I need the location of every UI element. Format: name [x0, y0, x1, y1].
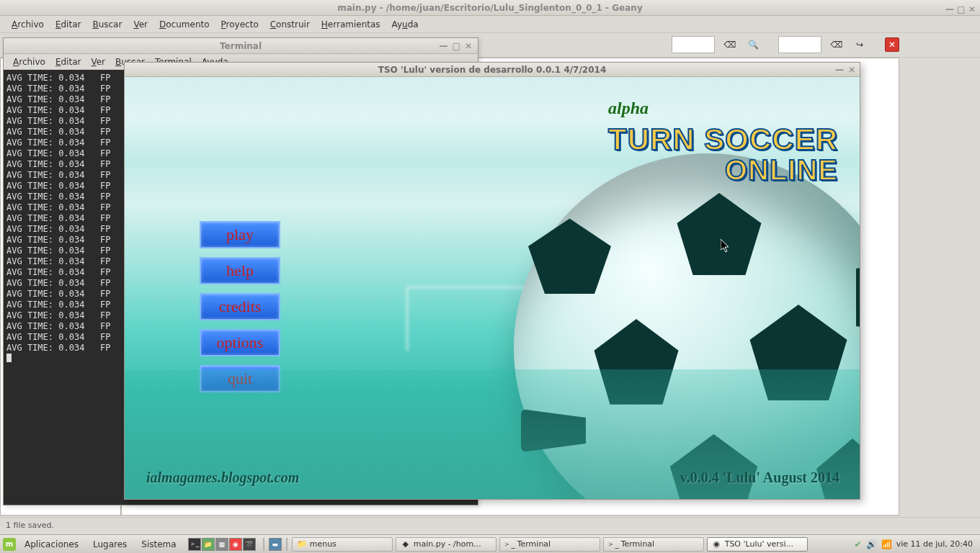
game-url-label: ialmagames.blogspot.com: [146, 469, 299, 486]
close-icon[interactable]: ✕: [465, 41, 472, 51]
game-window: TSO 'Lulu' version de desarrollo 0.0.1 4…: [124, 62, 860, 500]
geany-menubar: AArchivorchivo Editar Buscar Ver Documen…: [0, 16, 980, 33]
geany-statusbar: 1 file saved.: [0, 517, 980, 534]
game-version-label: v.0.0.4 'Lulu' August 2014: [680, 469, 839, 486]
system-tray: ✔ 🔊 📶 vie 11 de jul, 20:40: [850, 539, 977, 549]
logo-line1: TURN SOCCER: [608, 122, 838, 157]
menu-proyecto[interactable]: Proyecto: [215, 18, 264, 31]
chrome-launcher-icon[interactable]: ◉: [229, 538, 242, 551]
terminal-icon: ＞_: [504, 539, 514, 549]
term-menu-archivo[interactable]: Archivo: [8, 55, 50, 68]
play-button[interactable]: play: [200, 221, 280, 248]
task-terminal-2[interactable]: ＞_ Terminal: [603, 537, 704, 552]
menu-construir[interactable]: Construir: [264, 18, 316, 31]
menu-editar[interactable]: Editar: [50, 18, 87, 31]
soccer-ball-graphic: [514, 153, 860, 499]
term-menu-ver[interactable]: Ver: [86, 55, 110, 68]
menu-documento[interactable]: Documento: [153, 18, 215, 31]
taskbar-clock[interactable]: vie 11 de jul, 20:40: [896, 539, 973, 549]
task-terminal-1[interactable]: ＞_ Terminal: [499, 537, 600, 552]
help-button[interactable]: help: [200, 257, 280, 284]
close-icon[interactable]: ✕: [968, 4, 976, 12]
minimize-icon[interactable]: —: [440, 41, 448, 51]
game-main-menu: play help credits options quit: [200, 221, 280, 392]
mouse-cursor-icon: [721, 239, 732, 253]
terminal-titlebar[interactable]: Terminal — □ ✕: [4, 38, 478, 54]
quit-button[interactable]: quit: [200, 365, 280, 392]
taskbar-lugares[interactable]: Lugares: [87, 538, 133, 551]
menu-ayuda[interactable]: Ayuda: [386, 18, 424, 31]
app-icon: ◉: [712, 539, 722, 549]
goto-line-input[interactable]: [778, 36, 821, 53]
task-tso[interactable]: ◉ TSO 'Lulu' versi...: [707, 537, 808, 552]
search-icon[interactable]: 🔍: [745, 37, 761, 53]
search-input[interactable]: [672, 36, 715, 53]
logo-line2: ONLINE: [608, 154, 838, 186]
taskbar-sistema[interactable]: Sistema: [135, 538, 182, 551]
taskbar-aplicaciones[interactable]: Aplicaciones: [19, 538, 84, 551]
terminal-launcher-icon[interactable]: ＞_: [188, 538, 201, 551]
goto-icon[interactable]: ↪: [852, 37, 868, 53]
quicklaunch: ＞_ 📁 ▦ ◉ 🎬: [188, 538, 256, 551]
terminal-icon: ＞_: [608, 539, 618, 549]
app-launcher-icon[interactable]: 🎬: [243, 538, 256, 551]
task-menus[interactable]: 📁 menus: [292, 537, 393, 552]
volume-tray-icon[interactable]: 🔊: [866, 539, 877, 549]
minimize-icon[interactable]: —: [945, 4, 953, 12]
geany-titlebar: main.py - /home/juan/Escritorio/Lulu_Sin…: [0, 0, 980, 16]
game-logo: alpha TURN SOCCER ONLINE: [608, 99, 838, 186]
show-desktop-icon[interactable]: ▬: [269, 538, 282, 551]
alpha-label: alpha: [608, 99, 766, 118]
credits-button[interactable]: credits: [200, 293, 280, 320]
calc-launcher-icon[interactable]: ▦: [215, 538, 228, 551]
menu-ver[interactable]: Ver: [128, 18, 153, 31]
maximize-icon[interactable]: □: [957, 4, 964, 12]
status-text: 1 file saved.: [6, 521, 54, 530]
mint-menu-icon[interactable]: m: [3, 538, 16, 551]
folder-icon: 📁: [297, 539, 307, 549]
backspace-icon[interactable]: ⌫: [722, 37, 738, 53]
game-title-text: TSO 'Lulu' version de desarrollo 0.0.1 4…: [378, 65, 607, 75]
geany-title-text: main.py - /home/juan/Escritorio/Lulu_Sin…: [337, 3, 642, 13]
game-titlebar[interactable]: TSO 'Lulu' version de desarrollo 0.0.1 4…: [125, 63, 860, 77]
minimize-icon[interactable]: —: [835, 65, 844, 75]
close-icon[interactable]: ✕: [848, 65, 855, 75]
files-launcher-icon[interactable]: 📁: [202, 538, 215, 551]
game-viewport: alpha TURN SOCCER ONLINE play help credi…: [125, 77, 860, 499]
geany-icon: ◆: [401, 539, 411, 549]
terminal-title-text: Terminal: [220, 41, 262, 51]
shield-tray-icon[interactable]: ✔: [855, 539, 862, 549]
menu-buscar[interactable]: Buscar: [86, 18, 128, 31]
maximize-icon[interactable]: □: [453, 41, 460, 51]
wifi-tray-icon[interactable]: 📶: [881, 539, 892, 549]
menu-archivo[interactable]: AArchivorchivo: [6, 18, 50, 31]
backspace-icon-2[interactable]: ⌫: [829, 37, 845, 53]
term-menu-editar[interactable]: Editar: [50, 55, 86, 68]
options-button[interactable]: options: [200, 329, 280, 356]
task-mainpy[interactable]: ◆ main.py - /hom...: [396, 537, 496, 552]
menu-herramientas[interactable]: Herramientas: [316, 18, 386, 31]
taskbar: m Aplicaciones Lugares Sistema ＞_ 📁 ▦ ◉ …: [0, 534, 980, 553]
close-tab-icon[interactable]: ✕: [885, 37, 899, 52]
